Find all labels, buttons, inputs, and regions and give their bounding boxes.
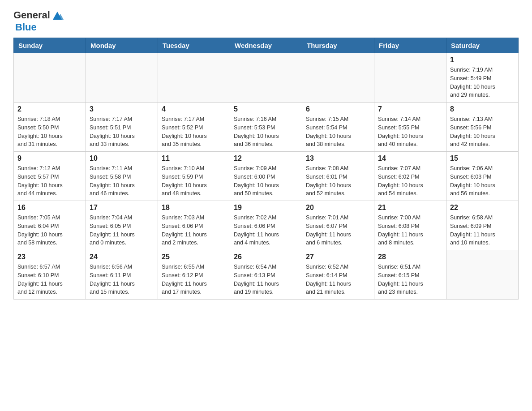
calendar-cell: 28Sunrise: 6:51 AMSunset: 6:15 PMDayligh… [374, 250, 446, 300]
day-number: 15 [450, 154, 515, 163]
week-row-3: 9Sunrise: 7:12 AMSunset: 5:57 PMDaylight… [14, 152, 519, 201]
header-wednesday: Wednesday [230, 38, 302, 53]
calendar-cell: 6Sunrise: 7:15 AMSunset: 5:54 PMDaylight… [302, 103, 374, 152]
day-number: 11 [162, 154, 226, 163]
calendar-cell [374, 53, 446, 103]
day-info: Sunrise: 6:52 AMSunset: 6:14 PMDaylight:… [306, 263, 370, 296]
day-number: 22 [450, 204, 515, 212]
calendar-cell [446, 250, 519, 300]
day-number: 23 [17, 253, 82, 261]
day-info: Sunrise: 7:06 AMSunset: 6:03 PMDaylight:… [450, 164, 515, 198]
day-number: 26 [234, 253, 298, 261]
calendar-cell: 8Sunrise: 7:13 AMSunset: 5:56 PMDaylight… [446, 103, 519, 152]
calendar-cell: 7Sunrise: 7:14 AMSunset: 5:55 PMDaylight… [374, 103, 446, 152]
calendar-cell: 21Sunrise: 7:00 AMSunset: 6:08 PMDayligh… [374, 201, 446, 250]
calendar-cell: 9Sunrise: 7:12 AMSunset: 5:57 PMDaylight… [14, 152, 86, 201]
calendar-cell: 17Sunrise: 7:04 AMSunset: 6:05 PMDayligh… [86, 201, 158, 250]
calendar-cell: 25Sunrise: 6:55 AMSunset: 6:12 PMDayligh… [158, 250, 230, 300]
calendar-cell: 1Sunrise: 7:19 AMSunset: 5:49 PMDaylight… [446, 53, 519, 103]
day-info: Sunrise: 6:51 AMSunset: 6:15 PMDaylight:… [378, 263, 442, 296]
day-number: 12 [234, 154, 298, 163]
day-info: Sunrise: 7:17 AMSunset: 5:51 PMDaylight:… [90, 115, 154, 149]
header-saturday: Saturday [446, 38, 519, 53]
day-info: Sunrise: 6:54 AMSunset: 6:13 PMDaylight:… [234, 263, 298, 296]
day-info: Sunrise: 7:18 AMSunset: 5:50 PMDaylight:… [17, 115, 82, 149]
day-info: Sunrise: 7:11 AMSunset: 5:58 PMDaylight:… [90, 164, 154, 198]
day-info: Sunrise: 6:57 AMSunset: 6:10 PMDaylight:… [17, 263, 82, 296]
day-number: 3 [90, 105, 154, 113]
calendar-header-row: Sunday Monday Tuesday Wednesday Thursday… [14, 38, 519, 53]
calendar-cell: 12Sunrise: 7:09 AMSunset: 6:00 PMDayligh… [230, 152, 302, 201]
calendar-cell: 11Sunrise: 7:10 AMSunset: 5:59 PMDayligh… [158, 152, 230, 201]
day-info: Sunrise: 7:04 AMSunset: 6:05 PMDaylight:… [90, 214, 154, 247]
calendar-cell: 23Sunrise: 6:57 AMSunset: 6:10 PMDayligh… [14, 250, 86, 300]
day-number: 4 [162, 105, 226, 113]
calendar-cell [86, 53, 158, 103]
logo-blue-text: Blue [15, 21, 37, 33]
calendar-cell: 13Sunrise: 7:08 AMSunset: 6:01 PMDayligh… [302, 152, 374, 201]
day-number: 27 [306, 253, 370, 261]
day-number: 1 [450, 56, 515, 64]
calendar-cell: 19Sunrise: 7:02 AMSunset: 6:06 PMDayligh… [230, 201, 302, 250]
calendar-cell: 27Sunrise: 6:52 AMSunset: 6:14 PMDayligh… [302, 250, 374, 300]
day-number: 20 [306, 204, 370, 212]
calendar-cell: 22Sunrise: 6:58 AMSunset: 6:09 PMDayligh… [446, 201, 519, 250]
calendar-cell: 16Sunrise: 7:05 AMSunset: 6:04 PMDayligh… [14, 201, 86, 250]
logo-icon [51, 9, 64, 21]
day-number: 7 [378, 105, 442, 113]
day-info: Sunrise: 7:00 AMSunset: 6:08 PMDaylight:… [378, 214, 442, 247]
day-info: Sunrise: 7:14 AMSunset: 5:55 PMDaylight:… [378, 115, 442, 149]
logo: General Blue [13, 9, 64, 33]
day-number: 10 [90, 154, 154, 163]
day-info: Sunrise: 6:58 AMSunset: 6:09 PMDaylight:… [450, 214, 515, 247]
day-info: Sunrise: 7:16 AMSunset: 5:53 PMDaylight:… [234, 115, 298, 149]
calendar-cell: 10Sunrise: 7:11 AMSunset: 5:58 PMDayligh… [86, 152, 158, 201]
day-number: 6 [306, 105, 370, 113]
calendar-cell: 26Sunrise: 6:54 AMSunset: 6:13 PMDayligh… [230, 250, 302, 300]
day-info: Sunrise: 7:15 AMSunset: 5:54 PMDaylight:… [306, 115, 370, 149]
day-number: 8 [450, 105, 515, 113]
week-row-1: 1Sunrise: 7:19 AMSunset: 5:49 PMDaylight… [14, 53, 519, 103]
day-number: 16 [17, 204, 82, 212]
week-row-4: 16Sunrise: 7:05 AMSunset: 6:04 PMDayligh… [14, 201, 519, 250]
day-number: 19 [234, 204, 298, 212]
header-sunday: Sunday [14, 38, 86, 53]
day-number: 28 [378, 253, 442, 261]
day-number: 24 [90, 253, 154, 261]
calendar-cell: 20Sunrise: 7:01 AMSunset: 6:07 PMDayligh… [302, 201, 374, 250]
day-info: Sunrise: 6:56 AMSunset: 6:11 PMDaylight:… [90, 263, 154, 296]
day-info: Sunrise: 7:01 AMSunset: 6:07 PMDaylight:… [306, 214, 370, 247]
day-info: Sunrise: 7:07 AMSunset: 6:02 PMDaylight:… [378, 164, 442, 198]
day-info: Sunrise: 7:02 AMSunset: 6:06 PMDaylight:… [234, 214, 298, 247]
day-number: 5 [234, 105, 298, 113]
day-info: Sunrise: 7:05 AMSunset: 6:04 PMDaylight:… [17, 214, 82, 247]
day-info: Sunrise: 7:19 AMSunset: 5:49 PMDaylight:… [450, 66, 515, 99]
calendar-cell: 14Sunrise: 7:07 AMSunset: 6:02 PMDayligh… [374, 152, 446, 201]
day-info: Sunrise: 7:12 AMSunset: 5:57 PMDaylight:… [17, 164, 82, 198]
week-row-5: 23Sunrise: 6:57 AMSunset: 6:10 PMDayligh… [14, 250, 519, 300]
day-number: 21 [378, 204, 442, 212]
day-number: 25 [162, 253, 226, 261]
day-info: Sunrise: 7:13 AMSunset: 5:56 PMDaylight:… [450, 115, 515, 149]
day-info: Sunrise: 7:17 AMSunset: 5:52 PMDaylight:… [162, 115, 226, 149]
calendar-cell: 2Sunrise: 7:18 AMSunset: 5:50 PMDaylight… [14, 103, 86, 152]
calendar-cell [14, 53, 86, 103]
header-thursday: Thursday [302, 38, 374, 53]
day-number: 2 [17, 105, 82, 113]
calendar-cell [302, 53, 374, 103]
calendar-cell: 4Sunrise: 7:17 AMSunset: 5:52 PMDaylight… [158, 103, 230, 152]
calendar-cell: 5Sunrise: 7:16 AMSunset: 5:53 PMDaylight… [230, 103, 302, 152]
calendar-cell: 3Sunrise: 7:17 AMSunset: 5:51 PMDaylight… [86, 103, 158, 152]
week-row-2: 2Sunrise: 7:18 AMSunset: 5:50 PMDaylight… [14, 103, 519, 152]
calendar-cell: 18Sunrise: 7:03 AMSunset: 6:06 PMDayligh… [158, 201, 230, 250]
header-tuesday: Tuesday [158, 38, 230, 53]
day-info: Sunrise: 7:03 AMSunset: 6:06 PMDaylight:… [162, 214, 226, 247]
day-number: 18 [162, 204, 226, 212]
logo-general-text: General [13, 9, 50, 21]
calendar-cell: 24Sunrise: 6:56 AMSunset: 6:11 PMDayligh… [86, 250, 158, 300]
day-number: 13 [306, 154, 370, 163]
day-info: Sunrise: 7:09 AMSunset: 6:00 PMDaylight:… [234, 164, 298, 198]
day-info: Sunrise: 7:08 AMSunset: 6:01 PMDaylight:… [306, 164, 370, 198]
header-friday: Friday [374, 38, 446, 53]
calendar-table: Sunday Monday Tuesday Wednesday Thursday… [13, 38, 519, 300]
